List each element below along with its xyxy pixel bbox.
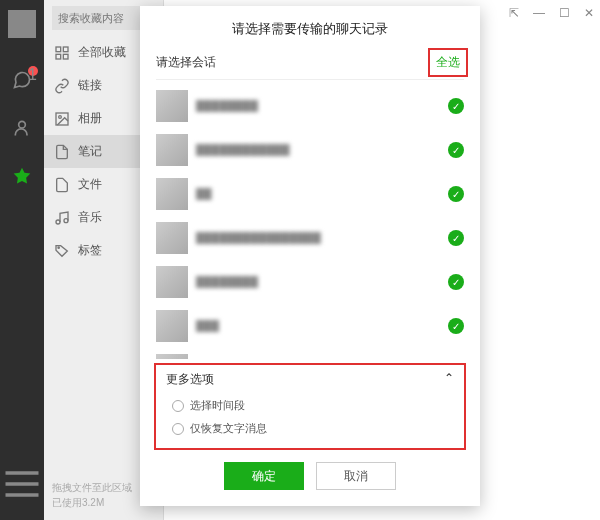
sidebar-item-label: 相册 bbox=[78, 110, 102, 127]
favorites-icon[interactable] bbox=[12, 166, 32, 186]
chat-avatar bbox=[156, 90, 188, 122]
menu-icon[interactable] bbox=[0, 462, 44, 506]
badge: 1 bbox=[28, 66, 38, 76]
svg-point-10 bbox=[56, 220, 60, 224]
svg-rect-5 bbox=[63, 47, 68, 52]
svg-point-12 bbox=[58, 247, 59, 248]
sidebar-item-label: 标签 bbox=[78, 242, 102, 259]
radio-icon bbox=[172, 423, 184, 435]
chat-avatar bbox=[156, 354, 188, 359]
chat-row[interactable]: ███✓ bbox=[156, 304, 464, 348]
chat-row[interactable]: ██✓ bbox=[156, 172, 464, 216]
svg-point-9 bbox=[59, 115, 62, 118]
image-icon bbox=[54, 111, 70, 127]
svg-point-11 bbox=[64, 218, 68, 222]
check-icon[interactable]: ✓ bbox=[448, 98, 464, 114]
maximize-icon[interactable]: ☐ bbox=[559, 6, 570, 20]
check-icon[interactable]: ✓ bbox=[448, 186, 464, 202]
chat-name: ████████████████ bbox=[196, 232, 321, 244]
chat-avatar bbox=[156, 310, 188, 342]
window-controls: ⇱ — ☐ ✕ bbox=[509, 6, 594, 20]
note-icon bbox=[54, 144, 70, 160]
check-icon[interactable]: ✓ bbox=[448, 230, 464, 246]
file-icon bbox=[54, 177, 70, 193]
minimize-icon[interactable]: — bbox=[533, 6, 545, 20]
select-chat-label: 请选择会话 bbox=[156, 54, 216, 71]
chat-avatar bbox=[156, 222, 188, 254]
ok-button[interactable]: 确定 bbox=[224, 462, 304, 490]
grid-icon bbox=[54, 45, 70, 61]
tag-icon bbox=[54, 243, 70, 259]
chat-section: 请选择会话 全选 ████████✓████████████✓██✓██████… bbox=[140, 48, 480, 359]
sidebar-item-label: 全部收藏 bbox=[78, 44, 126, 61]
chat-name: ███ bbox=[196, 320, 219, 332]
contacts-icon[interactable] bbox=[12, 118, 32, 138]
link-icon bbox=[54, 78, 70, 94]
sidebar-item-label: 音乐 bbox=[78, 209, 102, 226]
chat-row[interactable]: ████████████✓ bbox=[156, 128, 464, 172]
svg-point-0 bbox=[19, 121, 26, 128]
chat-name: ██ bbox=[196, 188, 212, 200]
more-options-box: 更多选项 ⌃ 选择时间段 仅恢复文字消息 bbox=[156, 365, 464, 448]
svg-rect-6 bbox=[56, 54, 61, 59]
chat-avatar bbox=[156, 134, 188, 166]
cancel-button[interactable]: 取消 bbox=[316, 462, 396, 490]
chat-row[interactable]: ████████✓ bbox=[156, 260, 464, 304]
close-icon[interactable]: ✕ bbox=[584, 6, 594, 20]
chat-header: 请选择会话 全选 bbox=[156, 48, 464, 80]
left-nav: 1 bbox=[0, 0, 44, 520]
more-options-header[interactable]: 更多选项 ⌃ bbox=[166, 371, 454, 388]
svg-rect-4 bbox=[56, 47, 61, 52]
dialog-title: 请选择需要传输的聊天记录 bbox=[140, 6, 480, 48]
check-icon[interactable]: ✓ bbox=[448, 142, 464, 158]
chat-icon[interactable]: 1 bbox=[12, 70, 32, 90]
option-text-only[interactable]: 仅恢复文字消息 bbox=[166, 417, 454, 440]
chat-avatar bbox=[156, 266, 188, 298]
sidebar-item-label: 链接 bbox=[78, 77, 102, 94]
chat-name: ████████ bbox=[196, 276, 258, 288]
sidebar-item-label: 笔记 bbox=[78, 143, 102, 160]
avatar[interactable] bbox=[8, 10, 36, 38]
chat-name: ████████ bbox=[196, 100, 258, 112]
svg-rect-7 bbox=[63, 54, 68, 59]
sidebar-item-label: 文件 bbox=[78, 176, 102, 193]
music-icon bbox=[54, 210, 70, 226]
chat-name: ████████████ bbox=[196, 144, 290, 156]
transfer-dialog: 请选择需要传输的聊天记录 请选择会话 全选 ████████✓█████████… bbox=[140, 6, 480, 506]
chat-row[interactable]: ████████████████✓ bbox=[156, 216, 464, 260]
radio-icon bbox=[172, 400, 184, 412]
check-icon[interactable]: ✓ bbox=[448, 274, 464, 290]
check-icon[interactable]: ✓ bbox=[448, 318, 464, 334]
chat-row[interactable]: ████████✓ bbox=[156, 84, 464, 128]
chat-row[interactable]: ██████████✓ bbox=[156, 348, 464, 359]
chat-avatar bbox=[156, 178, 188, 210]
select-all-button[interactable]: 全选 bbox=[432, 52, 464, 73]
option-time-range[interactable]: 选择时间段 bbox=[166, 394, 454, 417]
chat-list: ████████✓████████████✓██✓███████████████… bbox=[156, 84, 464, 359]
dialog-buttons: 确定 取消 bbox=[140, 448, 480, 506]
chevron-up-icon: ⌃ bbox=[444, 371, 454, 388]
pin-icon[interactable]: ⇱ bbox=[509, 6, 519, 20]
